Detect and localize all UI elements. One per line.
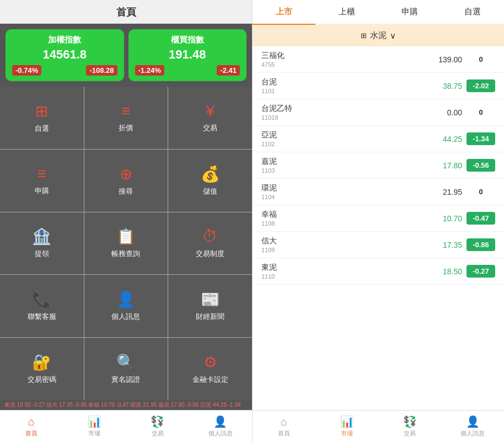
- account-icon: 📋: [116, 227, 136, 246]
- stock-info: 亞泥1102: [261, 130, 429, 147]
- trade-icon: ¥: [206, 102, 215, 120]
- menu-item-withdraw[interactable]: 🏦提領: [0, 212, 84, 275]
- menu-item-watchlist[interactable]: ⊞自選: [0, 87, 84, 149]
- weighted-index-value: 14561.8: [12, 47, 117, 62]
- menu-item-label-profile: 個人訊息: [111, 312, 140, 322]
- stock-name: 三福化: [261, 51, 429, 61]
- right-market-icon: 📊: [340, 415, 354, 428]
- stock-code: 1101: [261, 88, 429, 94]
- right-bottom-nav: ⌂ 首頁 📊 市場 💱 交易 👤 個人訊息: [253, 410, 504, 442]
- stock-info: 東泥1110: [261, 263, 429, 280]
- stock-code: 11018: [261, 114, 429, 121]
- right-nav-trade-label: 交易: [404, 429, 416, 438]
- tab-上櫃[interactable]: 上櫃: [315, 0, 378, 24]
- stock-code: 4755: [261, 61, 429, 68]
- menu-item-verify[interactable]: 🔍實名認證: [84, 338, 168, 400]
- right-tabs: 上市上櫃申購自選: [253, 0, 504, 25]
- menu-item-label-search: 搜尋: [119, 187, 133, 196]
- menu-item-discount[interactable]: ≡折價: [84, 87, 168, 149]
- weighted-index-pct: -0.74%: [12, 65, 41, 76]
- stock-name: 東泥: [261, 263, 429, 273]
- menu-item-profile[interactable]: 👤個人訊息: [84, 275, 168, 337]
- stock-info: 三福化4755: [261, 51, 429, 68]
- stock-price: 17.35: [429, 241, 462, 249]
- stock-row[interactable]: 亞泥110244.25-1.34: [253, 126, 504, 152]
- stock-price: 0.00: [429, 108, 462, 117]
- stock-info: 台泥1101: [261, 77, 429, 94]
- apply-icon: ≡: [37, 165, 46, 183]
- stock-row[interactable]: 台泥乙特110180.000: [253, 99, 504, 126]
- right-nav-home-label: 首頁: [278, 429, 290, 438]
- left-nav-market[interactable]: 📊 市場: [63, 411, 126, 442]
- stock-name: 環泥: [261, 183, 429, 193]
- stock-change: 0: [467, 106, 495, 119]
- tab-申購[interactable]: 申購: [378, 0, 441, 24]
- sector-grid-icon: ⊞: [361, 31, 367, 40]
- sector-name: 水泥: [370, 30, 387, 41]
- stock-change: -2.02: [467, 79, 495, 92]
- left-nav-market-label: 市場: [88, 429, 100, 438]
- menu-item-label-password: 交易密碼: [28, 375, 56, 385]
- verify-icon: 🔍: [116, 353, 136, 371]
- menu-grid: ⊞自選≡折價¥交易≡申購⊕搜尋💰儲值🏦提領📋帳務查詢⏱交易制度📞聯繫客服👤個人訊…: [0, 87, 252, 400]
- weighted-index-title: 加權指數: [12, 35, 117, 45]
- menu-item-news[interactable]: 📰財經新聞: [168, 275, 252, 337]
- stock-info: 幸福1108: [261, 210, 429, 227]
- menu-item-label-trade: 交易: [203, 123, 217, 133]
- menu-item-apply[interactable]: ≡申購: [0, 150, 84, 212]
- menu-item-password[interactable]: 🔐交易密碼: [0, 338, 84, 400]
- menu-item-support[interactable]: 📞聯繫客服: [0, 275, 84, 337]
- menu-item-card[interactable]: ⚙金融卡設定: [168, 338, 252, 400]
- stock-row[interactable]: 信大110917.35-0.86: [253, 232, 504, 258]
- stock-code: 1109: [261, 247, 429, 253]
- profile-icon: 👤: [213, 415, 227, 428]
- rules-icon: ⏱: [202, 227, 218, 246]
- menu-item-label-withdraw: 提領: [35, 249, 49, 259]
- stock-name: 台泥乙特: [261, 104, 429, 114]
- stock-code: 1108: [261, 220, 429, 227]
- sector-header[interactable]: ⊞ 水泥 ∨: [253, 25, 504, 46]
- right-home-icon: ⌂: [281, 416, 287, 428]
- otc-index-value: 191.48: [135, 47, 240, 62]
- stock-info: 嘉泥1103: [261, 157, 429, 174]
- stock-row[interactable]: 東泥111018.50-0.27: [253, 258, 504, 285]
- menu-item-search[interactable]: ⊕搜尋: [84, 150, 168, 212]
- password-icon: 🔐: [32, 353, 51, 371]
- menu-item-label-card: 金融卡設定: [192, 375, 228, 385]
- stock-row[interactable]: 台泥110138.75-2.02: [253, 73, 504, 99]
- menu-item-trade[interactable]: ¥交易: [168, 87, 252, 149]
- stock-change: 0: [467, 185, 495, 198]
- tab-上市[interactable]: 上市: [253, 0, 315, 25]
- right-nav-trade[interactable]: 💱 交易: [378, 411, 441, 442]
- left-nav-home[interactable]: ⌂ 首頁: [0, 411, 63, 442]
- stock-code: 1110: [261, 273, 429, 280]
- left-nav-profile[interactable]: 👤 個人訊息: [189, 411, 252, 442]
- menu-item-label-discount: 折價: [119, 123, 133, 133]
- otc-index-card[interactable]: 櫃買指數 191.48 -1.24% -2.41: [128, 29, 247, 81]
- right-profile-icon: 👤: [466, 415, 480, 428]
- left-nav-home-label: 首頁: [25, 429, 37, 438]
- right-nav-market[interactable]: 📊 市場: [315, 411, 378, 442]
- left-nav-trade[interactable]: 💱 交易: [126, 411, 189, 442]
- menu-item-rules[interactable]: ⏱交易制度: [168, 212, 252, 275]
- sector-dropdown-icon: ∨: [390, 31, 396, 41]
- tab-自選[interactable]: 自選: [441, 0, 504, 24]
- stock-change: -0.86: [467, 238, 495, 251]
- discount-icon: ≡: [121, 102, 130, 120]
- watchlist-icon: ⊞: [35, 102, 48, 120]
- right-nav-profile[interactable]: 👤 個人訊息: [441, 411, 504, 442]
- ticker-bar: 東泥 18.50 -0.27 信大 17.35 -0.86 幸福 10.70 -…: [0, 400, 252, 410]
- weighted-index-card[interactable]: 加權指數 14561.8 -0.74% -108.28: [6, 29, 124, 81]
- menu-item-label-watchlist: 自選: [35, 124, 49, 134]
- stock-row[interactable]: 幸福110810.70-0.47: [253, 205, 504, 232]
- stock-price: 10.70: [429, 214, 462, 223]
- stock-price: 38.75: [429, 82, 462, 90]
- right-nav-home[interactable]: ⌂ 首頁: [253, 411, 315, 442]
- stock-change: -0.56: [467, 159, 495, 172]
- menu-item-deposit[interactable]: 💰儲值: [168, 150, 252, 212]
- menu-item-account[interactable]: 📋帳務查詢: [84, 212, 168, 275]
- stock-row[interactable]: 環泥110421.950: [253, 179, 504, 205]
- menu-item-label-rules: 交易制度: [196, 249, 224, 259]
- stock-row[interactable]: 三福化4755139.000: [253, 46, 504, 73]
- stock-row[interactable]: 嘉泥110317.80-0.56: [253, 152, 504, 179]
